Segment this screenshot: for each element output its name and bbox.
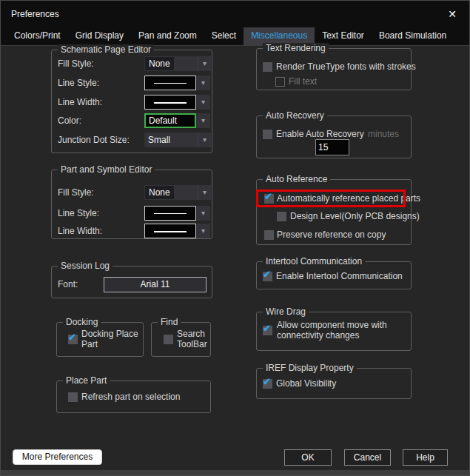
junction-dot-size-dropdown[interactable]: Small ▾ <box>144 133 211 147</box>
chevron-down-icon[interactable]: ▾ <box>196 76 210 90</box>
junction-dot-size-value: Small <box>144 133 198 147</box>
group-title: Auto Recovery <box>263 110 327 121</box>
chevron-down-icon[interactable]: ▾ <box>196 95 210 110</box>
tab-select[interactable]: Select <box>204 27 244 45</box>
line-width-preview <box>144 95 196 110</box>
global-visibility-label: Global Visibility <box>276 379 336 389</box>
cancel-button[interactable]: Cancel <box>344 449 391 466</box>
tab-board-simulation[interactable]: Board Simulation <box>372 27 454 45</box>
group-title: Schematic Page Editor <box>58 44 154 55</box>
window-title: Preferences <box>11 9 59 19</box>
check-icon: ✔ <box>263 376 271 387</box>
line-width-label: Line Width: <box>58 224 102 238</box>
auto-reference-checkbox[interactable]: ✔ <box>264 194 274 204</box>
titlebar: Preferences ✕ <box>1 1 469 27</box>
enable-auto-recovery-checkbox[interactable] <box>263 130 272 139</box>
allow-component-move-label: Allow component move with connectivity c… <box>277 320 404 341</box>
line-width-dropdown[interactable]: ▾ <box>144 224 210 238</box>
tabbar: Colors/Print Grid Display Pan and Zoom S… <box>7 27 454 45</box>
fill-style-dropdown[interactable]: None ▾ <box>144 56 211 71</box>
docking-place-part-checkbox[interactable]: ✔ <box>68 335 78 344</box>
preserve-reference-label: Preserve reference on copy <box>277 230 386 240</box>
tab-grid-display[interactable]: Grid Display <box>68 27 131 45</box>
chevron-down-icon[interactable]: ▾ <box>196 113 210 128</box>
tab-pan-and-zoom[interactable]: Pan and Zoom <box>131 27 204 45</box>
enable-intertool-checkbox[interactable]: ✔ <box>263 272 272 281</box>
group-auto-recovery: Auto Recovery Enable Auto Recovery minut… <box>256 115 412 158</box>
junction-dot-size-label: Junction Dot Size: <box>58 133 130 147</box>
group-docking: Docking ✔ Docking Place Part <box>56 322 144 357</box>
auto-recovery-minutes-input[interactable] <box>315 139 349 155</box>
group-title: Wire Drag <box>263 306 309 317</box>
group-title: Docking <box>63 317 101 327</box>
fill-style-value: None <box>145 186 174 199</box>
group-title: Intertool Communication <box>263 256 365 267</box>
search-toolbar-checkbox[interactable] <box>164 335 173 344</box>
enable-auto-recovery-label: Enable Auto Recovery <box>276 130 364 139</box>
group-find: Find Search ToolBar <box>151 322 211 357</box>
check-icon: ✔ <box>263 323 271 334</box>
line-style-label: Line Style: <box>58 206 99 221</box>
design-level-checkbox[interactable] <box>277 212 286 221</box>
docking-place-part-label: Docking Place Part <box>81 329 141 349</box>
chevron-down-icon[interactable]: ▾ <box>196 224 210 238</box>
line-style-dropdown[interactable]: ▾ <box>144 206 210 221</box>
design-level-label: Design Level(Only PCB designs) <box>290 212 420 221</box>
group-schematic-page-editor: Schematic Page Editor Fill Style: None ▾… <box>51 50 212 153</box>
check-icon: ✔ <box>264 191 272 202</box>
close-icon[interactable]: ✕ <box>444 6 460 22</box>
group-title: Session Log <box>58 261 113 271</box>
header: Preferences ✕ Colors/Print Grid Display … <box>1 1 469 45</box>
help-button[interactable]: Help <box>403 449 448 466</box>
group-title: IREF Display Property <box>263 363 357 373</box>
fill-style-dropdown[interactable]: None ▾ <box>144 185 211 200</box>
group-title: Place Part <box>63 375 110 386</box>
auto-reference-label: Automatically reference placed parts <box>277 194 420 204</box>
group-title: Auto Reference <box>263 174 330 184</box>
fill-style-label: Fill Style: <box>58 56 94 71</box>
line-style-preview <box>144 76 196 90</box>
line-style-dropdown[interactable]: ▾ <box>144 76 210 90</box>
chevron-down-icon[interactable]: ▾ <box>198 56 211 71</box>
line-style-preview <box>144 206 196 221</box>
chevron-down-icon[interactable]: ▾ <box>198 133 211 147</box>
fill-style-label: Fill Style: <box>58 185 94 200</box>
group-text-rendering: Text Rendering Render TrueType fonts wit… <box>256 48 412 90</box>
group-title: Part and Symbol Editor <box>58 164 155 175</box>
group-iref-display-property: IREF Display Property ✔ Global Visibilit… <box>256 368 412 399</box>
font-label: Font: <box>58 277 78 292</box>
preferences-dialog: Preferences ✕ Colors/Print Grid Display … <box>0 0 470 476</box>
group-title: Find <box>158 317 181 327</box>
minutes-label: minutes <box>368 130 399 139</box>
color-label: Color: <box>58 113 81 128</box>
line-width-dropdown[interactable]: ▾ <box>144 95 210 110</box>
render-truetype-checkbox[interactable] <box>263 62 272 72</box>
font-button[interactable]: Arial 11 <box>104 277 207 292</box>
check-icon: ✔ <box>263 269 271 280</box>
group-intertool-communication: Intertool Communication ✔ Enable Interto… <box>256 261 412 289</box>
group-part-and-symbol-editor: Part and Symbol Editor Fill Style: None … <box>51 170 212 239</box>
group-auto-reference: Auto Reference ✔ Automatically reference… <box>256 179 412 245</box>
preserve-reference-checkbox[interactable] <box>264 230 274 240</box>
chevron-down-icon[interactable]: ▾ <box>196 206 210 221</box>
ok-button[interactable]: OK <box>284 449 332 466</box>
enable-intertool-label: Enable Intertool Communication <box>276 272 403 281</box>
chevron-down-icon[interactable]: ▾ <box>198 185 211 200</box>
more-preferences-button[interactable]: More Preferences <box>13 449 102 465</box>
global-visibility-checkbox[interactable]: ✔ <box>263 379 272 389</box>
refresh-part-label: Refresh part on selection <box>81 392 180 402</box>
color-dropdown[interactable]: Default ▾ <box>144 113 210 128</box>
line-width-label: Line Width: <box>58 95 102 110</box>
group-title: Text Rendering <box>263 43 329 53</box>
refresh-part-checkbox[interactable] <box>68 392 78 402</box>
fill-text-label: Fill text <box>289 77 317 87</box>
group-place-part: Place Part Refresh part on selection <box>56 381 211 413</box>
allow-component-move-checkbox[interactable]: ✔ <box>263 326 272 335</box>
render-truetype-label: Render TrueType fonts with strokes <box>276 62 416 72</box>
group-session-log: Session Log Font: Arial 11 <box>51 266 212 298</box>
window-bottom-edge <box>1 470 469 476</box>
tab-colors-print[interactable]: Colors/Print <box>7 27 68 45</box>
dropdown-spacer <box>174 185 198 200</box>
search-toolbar-label: Search ToolBar <box>177 329 210 349</box>
group-wire-drag: Wire Drag ✔ Allow component move with co… <box>256 312 412 351</box>
